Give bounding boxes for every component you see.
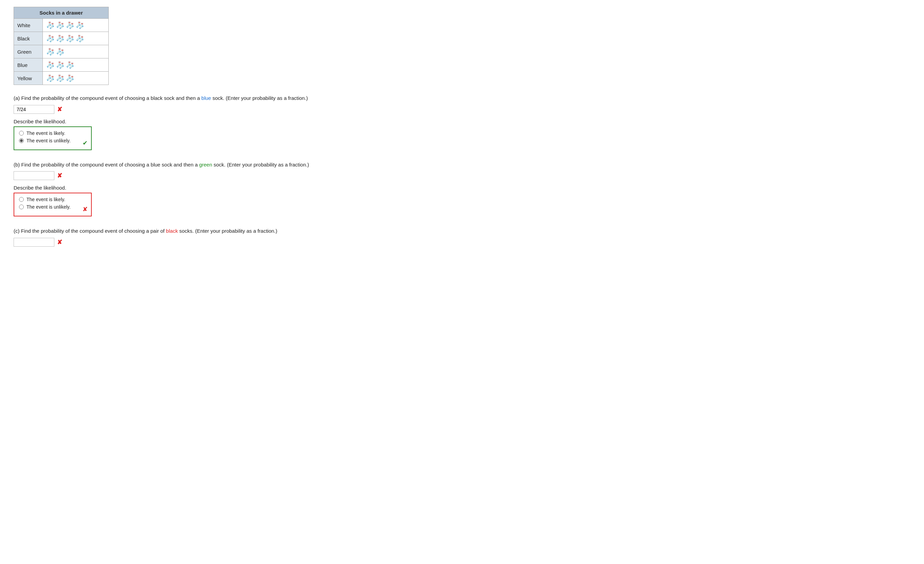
- question-a-colored-word: blue: [201, 95, 211, 101]
- question-a-option-2: The event is unlikely.: [19, 138, 86, 143]
- question-b-label-likely: The event is likely.: [27, 197, 65, 202]
- question-a-likelihood-box: The event is likely. The event is unlike…: [14, 126, 92, 150]
- question-c-text-before: (c) Find the probability of the compound…: [14, 228, 164, 234]
- table-row-black: Black 🧦🧦🧦🧦: [14, 32, 109, 45]
- color-label-black: Black: [14, 32, 43, 45]
- table-row-yellow: Yellow 🧦🧦🧦: [14, 72, 109, 85]
- question-b-text-before: (b) Find the probability of the compound…: [14, 162, 198, 168]
- color-label-blue: Blue: [14, 58, 43, 72]
- question-b-answer-row: ✘: [14, 171, 910, 180]
- question-b-likelihood-label: Describe the likelihood.: [14, 185, 910, 190]
- question-b-box-icon: ✘: [82, 206, 88, 213]
- sock-icon: 🧦🧦🧦: [46, 74, 76, 82]
- question-c-status-icon: ✘: [57, 238, 62, 246]
- color-label-green: Green: [14, 45, 43, 58]
- question-b-status-icon: ✘: [57, 172, 62, 179]
- table-row-green: Green 🧦🧦: [14, 45, 109, 58]
- question-a-radio-unlikely[interactable]: [19, 138, 24, 143]
- question-c-text-after: socks. (Enter your probability as a frac…: [179, 228, 277, 234]
- question-a-likelihood-label: Describe the likelihood.: [14, 118, 910, 124]
- question-b-option-2: The event is unlikely.: [19, 204, 86, 210]
- question-a: (a) Find the probability of the compound…: [14, 94, 910, 150]
- question-b-input[interactable]: [14, 171, 54, 180]
- sock-icons-green: 🧦🧦: [42, 45, 108, 58]
- question-a-label-unlikely: The event is unlikely.: [27, 138, 70, 143]
- table-row-blue: Blue 🧦🧦🧦: [14, 58, 109, 72]
- question-b-radio-unlikely[interactable]: [19, 204, 24, 209]
- question-a-input[interactable]: [14, 105, 54, 114]
- color-label-yellow: Yellow: [14, 72, 43, 85]
- question-b: (b) Find the probability of the compound…: [14, 161, 910, 217]
- socks-drawer-table: Socks in a drawer White 🧦🧦🧦🧦 Black 🧦🧦🧦🧦 …: [14, 7, 109, 85]
- question-a-text: (a) Find the probability of the compound…: [14, 94, 910, 102]
- question-c-colored-word: black: [166, 228, 178, 234]
- question-a-text-before: (a) Find the probability of the compound…: [14, 95, 200, 101]
- question-a-answer-row: ✘: [14, 105, 910, 114]
- question-b-text: (b) Find the probability of the compound…: [14, 161, 910, 169]
- sock-icons-white: 🧦🧦🧦🧦: [42, 19, 108, 32]
- question-c: (c) Find the probability of the compound…: [14, 227, 910, 247]
- table-title: Socks in a drawer: [14, 7, 109, 19]
- sock-icon: 🧦🧦🧦: [46, 61, 76, 69]
- sock-icon: 🧦🧦: [46, 48, 66, 56]
- question-a-label-likely: The event is likely.: [27, 130, 65, 136]
- table-row-white: White 🧦🧦🧦🧦: [14, 19, 109, 32]
- question-b-colored-word: green: [199, 162, 212, 168]
- sock-icons-black: 🧦🧦🧦🧦: [42, 32, 108, 45]
- question-c-input[interactable]: [14, 238, 54, 247]
- sock-icons-blue: 🧦🧦🧦: [42, 58, 108, 72]
- question-c-text: (c) Find the probability of the compound…: [14, 227, 910, 235]
- question-c-answer-row: ✘: [14, 238, 910, 247]
- question-b-radio-likely[interactable]: [19, 197, 24, 202]
- question-a-radio-likely[interactable]: [19, 131, 24, 136]
- color-label-white: White: [14, 19, 43, 32]
- question-a-option-1: The event is likely.: [19, 130, 86, 136]
- question-b-option-1: The event is likely.: [19, 197, 86, 202]
- sock-icon: 🧦🧦🧦🧦: [46, 34, 86, 42]
- sock-icon: 🧦🧦🧦🧦: [46, 21, 86, 29]
- question-b-text-after: sock. (Enter your probability as a fract…: [214, 162, 309, 168]
- question-b-likelihood-box: The event is likely. The event is unlike…: [14, 193, 92, 216]
- question-a-text-after: sock. (Enter your probability as a fract…: [212, 95, 308, 101]
- question-b-label-unlikely: The event is unlikely.: [27, 204, 70, 210]
- question-a-box-icon: ✔: [82, 139, 88, 147]
- sock-icons-yellow: 🧦🧦🧦: [42, 72, 108, 85]
- question-a-status-icon: ✘: [57, 106, 62, 113]
